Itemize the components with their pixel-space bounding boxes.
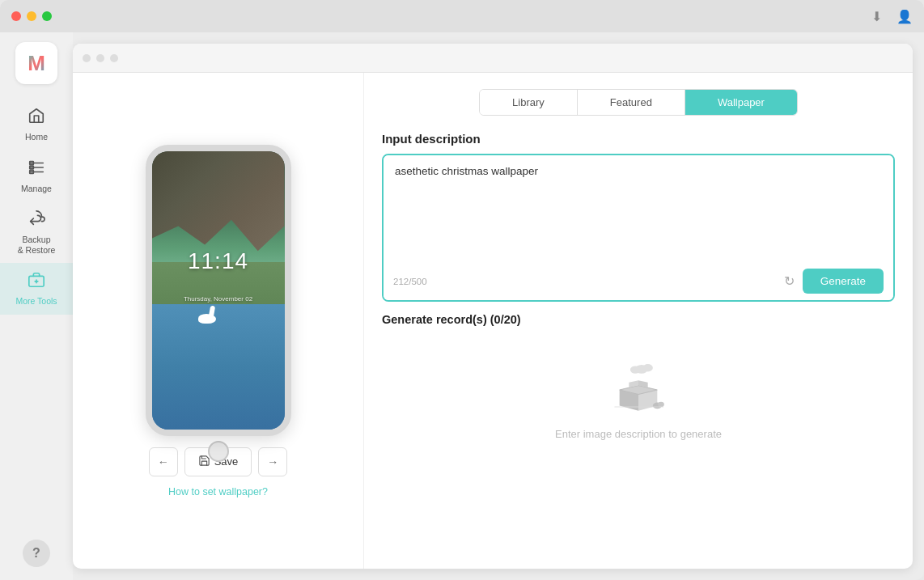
account-icon[interactable]: 👤	[896, 9, 913, 24]
maximize-button[interactable]	[42, 11, 52, 21]
textarea-actions: ↻ Generate	[784, 269, 884, 294]
title-bar: ⬇ 👤	[0, 0, 924, 32]
download-icon[interactable]: ⬇	[871, 9, 882, 24]
svg-point-7	[642, 364, 652, 371]
inner-content: 11:14 Thursday, November 02 ←	[73, 73, 913, 569]
help-button[interactable]: ?	[23, 540, 50, 567]
inner-tl-1	[83, 54, 91, 62]
save-icon	[198, 455, 210, 469]
tabs-row: Library Featured Wallpaper	[382, 89, 895, 116]
sidebar-item-manage[interactable]: Manage	[0, 150, 73, 202]
right-arrow-icon: →	[267, 455, 278, 468]
sidebar-bottom: ?	[23, 540, 50, 580]
inner-tl-3	[110, 54, 118, 62]
manage-label: Manage	[21, 184, 52, 194]
traffic-lights	[11, 11, 52, 21]
swan	[198, 307, 223, 324]
right-panel: Library Featured Wallpaper Input descrip…	[364, 73, 913, 569]
backup-icon	[28, 210, 45, 231]
description-textarea[interactable]: asethetic christmas wallpaper	[384, 155, 893, 260]
home-label: Home	[25, 132, 48, 142]
manage-icon	[28, 159, 45, 180]
refresh-icon[interactable]: ↻	[784, 273, 795, 289]
phone-time: 11:14	[188, 248, 248, 274]
empty-state-text: Enter image description to generate	[555, 428, 722, 440]
textarea-footer: 212/500 ↻ Generate	[384, 264, 893, 300]
left-panel: 11:14 Thursday, November 02 ←	[73, 73, 364, 569]
input-description-label: Input description	[382, 132, 895, 146]
phone-date: Thursday, November 02	[184, 295, 252, 303]
close-button[interactable]	[11, 11, 21, 21]
app-container: ⬇ 👤 M Home	[0, 0, 924, 580]
svg-point-10	[658, 402, 664, 407]
sidebar: M Home	[0, 32, 73, 580]
content-area: 11:14 Thursday, November 02 ←	[73, 32, 924, 580]
backup-label: Backup & Restore	[18, 235, 56, 255]
sidebar-item-more-tools[interactable]: More Tools	[0, 263, 73, 315]
phone-home-button	[208, 441, 229, 462]
generate-button[interactable]: Generate	[803, 269, 884, 294]
tab-group: Library Featured Wallpaper	[479, 89, 798, 116]
tab-featured[interactable]: Featured	[578, 90, 685, 115]
home-icon	[28, 107, 45, 129]
phone-screen: 11:14 Thursday, November 02	[152, 151, 285, 430]
inner-window: 11:14 Thursday, November 02 ←	[73, 44, 913, 569]
main-layout: M Home	[0, 32, 924, 580]
phone-frame: 11:14 Thursday, November 02	[146, 145, 291, 436]
tab-wallpaper[interactable]: Wallpaper	[685, 90, 797, 115]
records-label: Generate record(s) (0/20)	[382, 313, 895, 326]
empty-box-illustration	[606, 362, 671, 418]
next-arrow-button[interactable]: →	[258, 447, 287, 476]
description-textarea-wrap: asethetic christmas wallpaper 212/500 ↻ …	[382, 154, 895, 302]
more-tools-label: More Tools	[15, 296, 57, 307]
how-to-link[interactable]: How to set wallpaper?	[168, 486, 268, 497]
char-count: 212/500	[393, 277, 427, 286]
sidebar-item-backup[interactable]: Backup & Restore	[0, 201, 73, 263]
left-arrow-icon: ←	[158, 455, 169, 468]
inner-title-bar	[73, 44, 913, 73]
minimize-button[interactable]	[27, 11, 36, 21]
app-logo[interactable]: M	[15, 42, 57, 84]
phone-preview: 11:14 Thursday, November 02	[146, 145, 291, 436]
prev-arrow-button[interactable]: ←	[149, 447, 178, 476]
inner-tl-2	[96, 54, 104, 62]
svg-point-8	[630, 366, 640, 373]
more-tools-icon	[28, 271, 45, 293]
sidebar-item-home[interactable]: Home	[0, 99, 73, 150]
logo-text: M	[28, 51, 45, 76]
empty-state: Enter image description to generate	[382, 337, 895, 464]
tab-library[interactable]: Library	[480, 90, 578, 115]
title-bar-right: ⬇ 👤	[871, 9, 913, 24]
